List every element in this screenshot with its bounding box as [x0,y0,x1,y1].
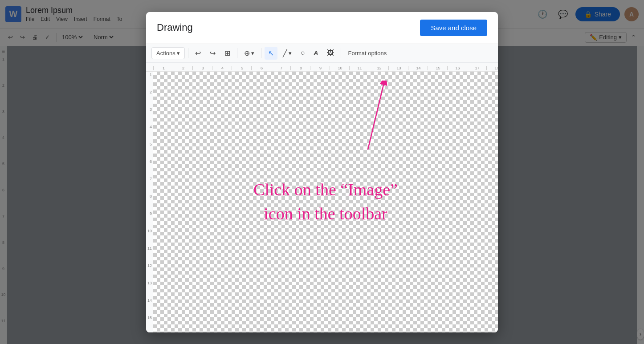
shape-icon: ○ [301,49,305,57]
ln-14: 14 [146,297,153,315]
ln-9: 9 [146,210,153,228]
ruler-marks: 1 2 3 4 5 6 7 8 9 10 11 12 13 14 15 16 1 [153,66,498,70]
ln-12: 12 [146,263,153,280]
rm-13: 13 [388,66,408,70]
rm-1: 1 [153,66,173,70]
rm-7: 7 [271,66,290,70]
format-options-label[interactable]: Format options [348,50,387,57]
svg-line-1 [368,85,383,150]
rm-15: 15 [428,66,447,70]
ln-4: 4 [146,124,153,141]
actions-button[interactable]: Actions ▾ [151,47,185,59]
image-icon: 🖼 [327,49,334,57]
rm-9: 9 [310,66,330,70]
annotation-line1: Click on the “Image” [253,180,398,199]
shape-tool-button[interactable]: ○ [297,47,309,59]
zoom-button[interactable]: ⊕ ▾ [240,47,258,60]
ln-8: 8 [146,193,153,210]
wordart-icon: A [314,49,318,57]
rm-4: 4 [212,66,232,70]
dt-divider-1 [188,48,188,58]
arrange-button[interactable]: ⊞ [221,47,234,60]
canvas-main[interactable]: Click on the “Image” icon in the toolbar [153,72,498,332]
dialog-title: Drawing [157,22,420,33]
ln-15: 15 [146,315,153,332]
annotation-text: Click on the “Image” icon in the toolbar [253,178,398,225]
line-icon: ╱ [283,49,287,57]
rm-11: 11 [349,66,369,70]
drawing-undo-icon: ↩ [195,49,201,57]
dt-divider-2 [237,48,237,58]
drawing-redo-icon: ↪ [210,49,216,57]
rm-5: 5 [232,66,251,70]
line-dropdown-icon: ▾ [289,50,292,57]
annotation-line2: icon in the toolbar [264,204,387,223]
rm-12: 12 [369,66,388,70]
ln-1: 1 [146,72,153,89]
actions-dropdown-icon: ▾ [177,50,180,57]
drawing-toolbar: Actions ▾ ↩ ↪ ⊞ ⊕ ▾ ↖ ╱ [146,44,498,63]
rm-14: 14 [408,66,428,70]
ln-5: 5 [146,141,153,158]
dt-divider-4 [341,48,341,58]
zoom-dropdown-icon: ▾ [251,50,254,57]
ln-6: 6 [146,158,153,176]
rm-3: 3 [192,66,212,70]
ln-13: 13 [146,280,153,297]
rm-6: 6 [251,66,271,70]
drawing-ruler: 1 2 3 4 5 6 7 8 9 10 11 12 13 14 15 16 1 [146,63,498,72]
drawing-undo-button[interactable]: ↩ [192,47,204,60]
drawing-redo-button[interactable]: ↪ [206,47,219,60]
drawing-dialog: Drawing Save and close Actions ▾ ↩ ↪ ⊞ ⊕ [146,12,498,332]
drawing-canvas-wrapper: 1 2 3 4 5 6 7 8 9 10 11 12 13 14 15 16 1 [146,63,498,332]
select-icon: ↖ [268,49,274,57]
ln-2: 2 [146,89,153,106]
wordart-button[interactable]: A [310,47,322,59]
ln-10: 10 [146,228,153,245]
image-button[interactable]: 🖼 [323,47,338,59]
actions-label: Actions [156,50,175,57]
dt-divider-3 [261,48,261,58]
rm-2: 2 [173,66,192,70]
ln-11: 11 [146,245,153,263]
modal-overlay: Drawing Save and close Actions ▾ ↩ ↪ ⊞ ⊕ [0,0,644,344]
ln-7: 7 [146,176,153,193]
annotation-arrow [361,81,397,152]
rm-17: 17 [467,66,486,70]
rm-10: 10 [330,66,349,70]
ln-3: 3 [146,106,153,124]
select-tool-button[interactable]: ↖ [265,47,277,60]
rm-16: 16 [447,66,467,70]
save-close-button[interactable]: Save and close [420,20,487,36]
canvas-left-ruler: 1 2 3 4 5 6 7 8 9 10 11 12 13 14 15 [146,72,153,332]
arrange-icon: ⊞ [224,49,230,57]
line-tool-button[interactable]: ╱ ▾ [279,47,295,60]
dialog-header: Drawing Save and close [146,12,498,44]
rm-8: 8 [290,66,310,70]
rm-18: 18 [486,66,498,70]
canvas-annotation: Click on the “Image” icon in the toolbar [153,72,498,332]
zoom-icon: ⊕ [244,49,250,57]
drawing-canvas-area: 1 2 3 4 5 6 7 8 9 10 11 12 13 14 15 [146,72,498,332]
